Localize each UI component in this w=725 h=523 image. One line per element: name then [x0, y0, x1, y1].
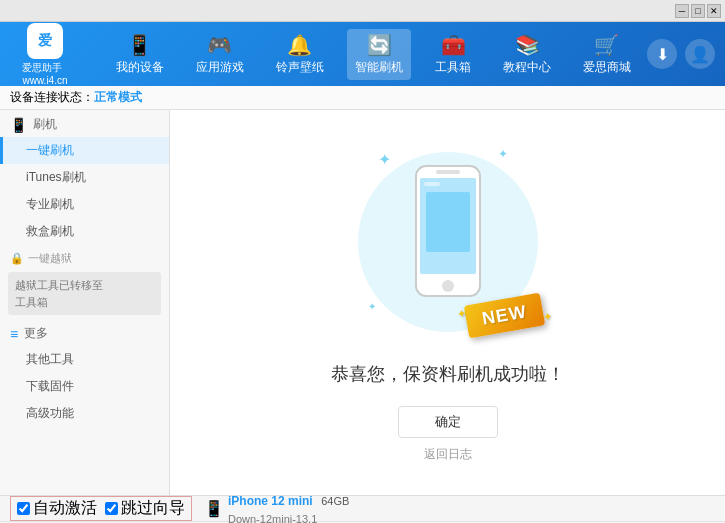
sparkle-3: ✦ — [368, 301, 376, 312]
skip-wizard-checkbox[interactable] — [105, 502, 118, 515]
confirm-button[interactable]: 确定 — [398, 406, 498, 438]
close-btn[interactable]: ✕ — [707, 4, 721, 18]
success-message: 恭喜您，保资料刷机成功啦！ — [331, 362, 565, 386]
checkbox-group: 自动激活 跳过向导 — [10, 496, 192, 521]
header-right: ⬇ 👤 — [647, 39, 715, 69]
nav-smart-flash[interactable]: 🔄 智能刷机 — [347, 29, 411, 80]
nav-ringtones[interactable]: 🔔 铃声壁纸 — [268, 29, 332, 80]
device-name: iPhone 12 mini — [228, 494, 313, 508]
bottom-panel: 自动激活 跳过向导 📱 iPhone 12 mini 64GB Down-12m… — [0, 495, 725, 523]
sidebar-section-jailbreak[interactable]: 🔒 一键越狱 — [0, 245, 169, 268]
skip-wizard-label[interactable]: 跳过向导 — [105, 498, 185, 519]
book-icon: 📚 — [515, 33, 540, 57]
nav-tutorials[interactable]: 📚 教程中心 — [495, 29, 559, 80]
sidebar-section-more[interactable]: ≡ 更多 — [0, 319, 169, 346]
svg-rect-3 — [436, 170, 460, 174]
phone-illustration: ✦ ✦ ✦ ✦ NEW ✦ — [348, 142, 548, 342]
status-label: 设备连接状态： — [10, 89, 94, 106]
device-status-bar: 设备连接状态： 正常模式 — [0, 86, 725, 110]
main-area: 📱 刷机 一键刷机 iTunes刷机 专业刷机 救盒刷机 🔒 一键越狱 越狱工具… — [0, 110, 725, 495]
bottom-options-row: 自动激活 跳过向导 📱 iPhone 12 mini 64GB Down-12m… — [0, 496, 725, 522]
device-phone-icon: 📱 — [204, 499, 224, 518]
cart-icon: 🛒 — [594, 33, 619, 57]
sidebar-item-onekey[interactable]: 一键刷机 — [0, 137, 169, 164]
svg-point-2 — [442, 280, 454, 292]
refresh-icon: 🔄 — [367, 33, 392, 57]
nav-items: 📱 我的设备 🎮 应用游戏 🔔 铃声壁纸 🔄 智能刷机 🧰 工具箱 📚 教程中心… — [100, 29, 647, 80]
jailbreak-notice: 越狱工具已转移至 工具箱 — [8, 272, 161, 315]
svg-rect-5 — [426, 192, 470, 252]
nav-apps-games[interactable]: 🎮 应用游戏 — [188, 29, 252, 80]
sidebar-item-advanced[interactable]: 高级功能 — [0, 400, 169, 427]
sparkle-1: ✦ — [378, 150, 391, 169]
bell-icon: 🔔 — [287, 33, 312, 57]
nav-my-device[interactable]: 📱 我的设备 — [108, 29, 172, 80]
back-link[interactable]: 返回日志 — [424, 446, 472, 463]
nav-store[interactable]: 🛒 爱思商城 — [575, 29, 639, 80]
auto-detect-checkbox[interactable] — [17, 502, 30, 515]
logo-text: 爱思助手 www.i4.cn — [22, 61, 67, 86]
sidebar-item-download-firmware[interactable]: 下载固件 — [0, 373, 169, 400]
content-area: ✦ ✦ ✦ ✦ NEW ✦ — [170, 110, 725, 495]
title-bar: ─ □ ✕ — [0, 0, 725, 22]
device-storage: 64GB — [321, 495, 349, 507]
sidebar: 📱 刷机 一键刷机 iTunes刷机 专业刷机 救盒刷机 🔒 一键越狱 越狱工具… — [0, 110, 170, 495]
lock-icon: 🔒 — [10, 252, 24, 265]
sidebar-item-rescue[interactable]: 救盒刷机 — [0, 218, 169, 245]
status-value: 正常模式 — [94, 89, 142, 106]
device-info-row: 📱 iPhone 12 mini 64GB Down-12mini-13,1 — [204, 491, 349, 524]
phone-svg — [408, 162, 488, 302]
games-icon: 🎮 — [207, 33, 232, 57]
logo-icon: 爱 — [27, 23, 63, 59]
more-icon: ≡ — [10, 326, 18, 342]
user-btn[interactable]: 👤 — [685, 39, 715, 69]
sidebar-item-pro[interactable]: 专业刷机 — [0, 191, 169, 218]
sidebar-section-flash[interactable]: 📱 刷机 — [0, 110, 169, 137]
minimize-btn[interactable]: ─ — [675, 4, 689, 18]
device-version: Down-12mini-13,1 — [228, 513, 317, 524]
sidebar-item-itunes[interactable]: iTunes刷机 — [0, 164, 169, 191]
toolbox-icon: 🧰 — [441, 33, 466, 57]
flash-icon: 📱 — [10, 117, 27, 133]
sparkle-2: ✦ — [498, 147, 508, 161]
nav-toolbox[interactable]: 🧰 工具箱 — [427, 29, 479, 80]
phone-icon: 📱 — [127, 33, 152, 57]
sidebar-item-other-tools[interactable]: 其他工具 — [0, 346, 169, 373]
download-btn[interactable]: ⬇ — [647, 39, 677, 69]
auto-detect-label[interactable]: 自动激活 — [17, 498, 97, 519]
svg-rect-4 — [424, 182, 440, 186]
logo-area: 爱 爱思助手 www.i4.cn — [10, 23, 80, 86]
new-badge: ✦ NEW ✦ — [466, 299, 543, 332]
header: 爱 爱思助手 www.i4.cn 📱 我的设备 🎮 应用游戏 🔔 铃声壁纸 🔄 … — [0, 22, 725, 86]
maximize-btn[interactable]: □ — [691, 4, 705, 18]
